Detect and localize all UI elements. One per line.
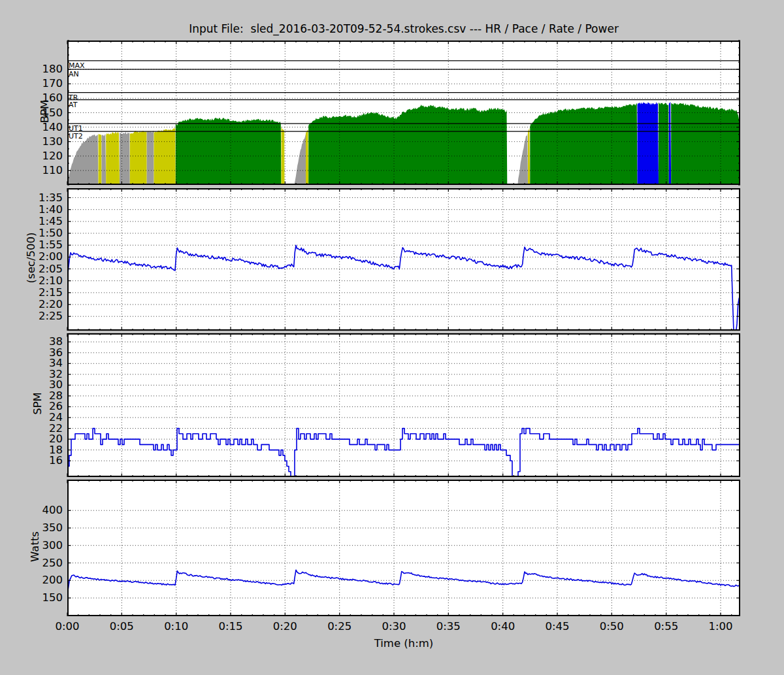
x-tick-label: 0:15 [203, 620, 258, 633]
x-tick-label: 0:50 [584, 620, 639, 633]
y-tick-label: 16 [0, 454, 63, 467]
y-tick-label: 150 [0, 591, 63, 604]
x-tick-label: 0:55 [639, 620, 694, 633]
y-tick-label: 2:10 [0, 274, 63, 287]
x-tick-label: 0:35 [421, 620, 476, 633]
y-tick-label: 120 [0, 150, 63, 162]
x-tick-label: 0:20 [257, 620, 312, 633]
y-tick-label: 1:45 [0, 215, 63, 227]
y-tick-label: 24 [0, 411, 63, 423]
x-tick-label: 0:25 [312, 620, 367, 633]
y-tick-label: 1:50 [0, 227, 63, 239]
zone-label-max: MAX [69, 62, 85, 69]
zone-label-at: AT [69, 101, 77, 108]
y-tick-label: 2:05 [0, 263, 63, 275]
y-tick-label: 2:15 [0, 286, 63, 299]
figure: Input File: sled_2016-03-20T09-52-54.str… [0, 0, 784, 675]
y-tick-label: 20 [0, 433, 63, 445]
y-tick-label: 30 [0, 378, 63, 391]
y-tick-label: 180 [0, 63, 63, 75]
y-tick-label: 2:20 [0, 298, 63, 310]
y-tick-label: 2:25 [0, 310, 63, 322]
hr-plot [67, 41, 740, 185]
y-tick-label: 250 [0, 557, 63, 569]
y-tick-label: 1:35 [0, 191, 63, 204]
y-tick-label: 1:55 [0, 239, 63, 251]
y-tick-label: 36 [0, 346, 63, 359]
figure-title: Input File: sled_2016-03-20T09-52-54.str… [67, 22, 740, 35]
power-plot [67, 480, 740, 616]
zone-label-tr: TR [69, 94, 78, 101]
y-tick-label: 150 [0, 107, 63, 119]
y-tick-label: 22 [0, 422, 63, 435]
zone-label-an: AN [69, 71, 79, 78]
y-tick-label: 110 [0, 164, 63, 176]
y-tick-label: 34 [0, 357, 63, 369]
y-tick-label: 170 [0, 77, 63, 90]
y-tick-label: 26 [0, 400, 63, 412]
y-tick-label: 2:00 [0, 250, 63, 263]
zone-label-ut1: UT1 [69, 125, 83, 132]
x-tick-label: 0:10 [149, 620, 204, 633]
x-tick-label: 1:00 [693, 620, 748, 633]
rate-plot [67, 333, 740, 477]
y-tick-label: 140 [0, 121, 63, 133]
y-tick-label: 38 [0, 335, 63, 348]
y-tick-label: 18 [0, 444, 63, 456]
zone-label-ut2: UT2 [69, 133, 83, 140]
y-tick-label: 400 [0, 504, 63, 516]
y-tick-label: 28 [0, 389, 63, 402]
x-tick-label: 0:40 [476, 620, 531, 633]
x-axis-label: Time (h:m) [67, 637, 740, 650]
y-tick-label: 300 [0, 539, 63, 552]
y-tick-label: 350 [0, 521, 63, 534]
x-tick-label: 0:05 [94, 620, 149, 633]
y-tick-label: 130 [0, 135, 63, 148]
y-tick-label: 32 [0, 368, 63, 380]
y-tick-label: 1:40 [0, 203, 63, 216]
x-tick-label: 0:45 [530, 620, 585, 633]
y-tick-label: 160 [0, 91, 63, 104]
x-tick-label: 0:00 [40, 620, 95, 633]
pace-plot [67, 188, 740, 331]
x-tick-label: 0:30 [367, 620, 421, 633]
y-tick-label: 200 [0, 574, 63, 586]
